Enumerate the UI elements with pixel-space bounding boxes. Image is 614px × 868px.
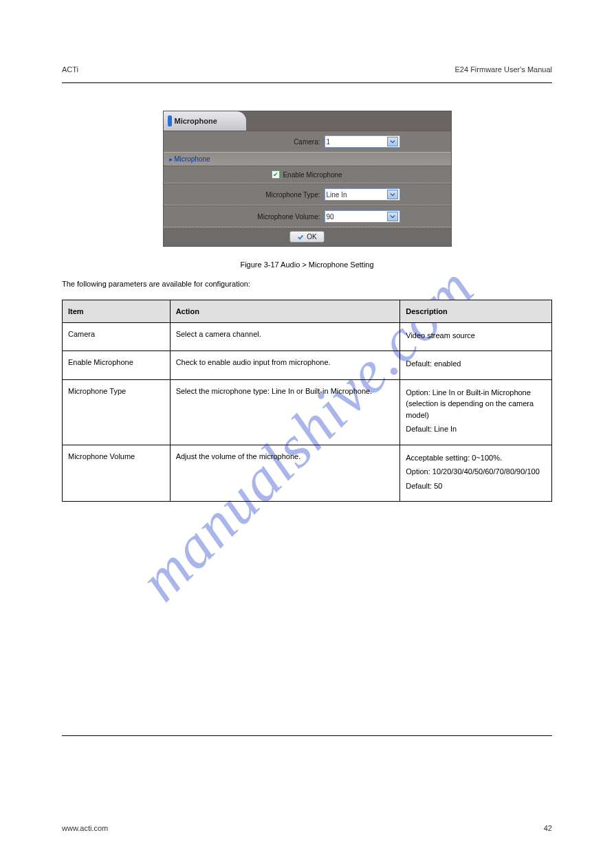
cell-action: Adjust the volume of the microphone. [170,445,400,502]
enable-row: ✔ Enable Microphone [164,166,451,183]
parameter-table: Item Action Description Camera Select a … [62,300,552,502]
camera-select[interactable]: 1 [325,135,400,148]
content-area: ACTi E24 Firmware User's Manual Micropho… [0,0,614,777]
type-select[interactable]: Line In [325,188,400,201]
top-rule [62,82,552,83]
table-row: Microphone Volume Adjust the volume of t… [63,445,552,502]
microphone-panel: Microphone Camera: 1 ▸ Microphone [163,111,452,247]
cell-item: Enable Microphone [63,351,171,380]
tab-microphone[interactable]: Microphone [164,111,246,131]
tab-accent-icon [168,115,172,126]
header-right: E24 Firmware User's Manual [455,65,552,74]
chevron-down-icon [387,137,398,146]
volume-select[interactable]: 90 [325,210,400,223]
tab-row: Microphone [164,111,451,131]
page-footer: www.acti.com 42 [62,824,552,832]
cell-item: Camera [63,322,171,351]
table-row: Enable Microphone Check to enable audio … [63,351,552,380]
type-label: Microphone Type: [215,191,325,199]
page: manualshive.com ACTi E24 Firmware User's… [0,0,614,868]
cell-desc: Video stream source [400,322,552,351]
section-label: Microphone [174,155,210,163]
cell-action: Select a camera channel. [170,322,400,351]
footer-left: www.acti.com [62,824,108,832]
ok-label: OK [307,233,316,241]
table-header-row: Item Action Description [63,300,552,322]
chevron-down-icon [387,190,398,199]
type-row: Microphone Type: Line In [164,183,451,205]
tab-label: Microphone [175,117,217,125]
table-row: Microphone Type Select the microphone ty… [63,379,552,445]
volume-value: 90 [327,213,334,221]
cell-desc: Default: enabled [400,351,552,380]
cell-item: Microphone Type [63,379,171,445]
enable-checkbox[interactable]: ✔ [272,170,280,179]
ok-row: OK [164,227,451,246]
header-left: ACTi [62,65,78,74]
panel-body: Camera: 1 ▸ Microphone ✔ Enable Micropho… [164,131,451,246]
page-header: ACTi E24 Firmware User's Manual [62,65,552,74]
check-icon [297,234,304,241]
bottom-rule [62,735,552,736]
volume-label: Microphone Volume: [215,213,325,221]
cell-desc: Acceptable setting: 0~100%. Option: 10/2… [400,445,552,502]
camera-value: 1 [327,138,331,146]
cell-action: Select the microphone type: Line In or B… [170,379,400,445]
chevron-down-icon [387,212,398,221]
camera-row: Camera: 1 [164,131,451,153]
cell-item: Microphone Volume [63,445,171,502]
type-value: Line In [327,191,347,199]
section-header[interactable]: ▸ Microphone [164,153,451,166]
cell-desc: Option: Line In or Built-in Microphone (… [400,379,552,445]
table-row: Camera Select a camera channel. Video st… [63,322,552,351]
ok-button[interactable]: OK [289,231,324,243]
figure-caption: Figure 3-17 Audio > Microphone Setting [62,260,552,269]
th-item: Item [63,300,171,322]
intro-paragraph: The following parameters are available f… [62,278,552,290]
camera-label: Camera: [215,138,325,146]
footer-right: 42 [544,824,552,832]
enable-label: Enable Microphone [283,171,342,179]
th-action: Action [170,300,400,322]
volume-row: Microphone Volume: 90 [164,205,451,227]
cell-action: Check to enable audio input from microph… [170,351,400,380]
th-description: Description [400,300,552,322]
